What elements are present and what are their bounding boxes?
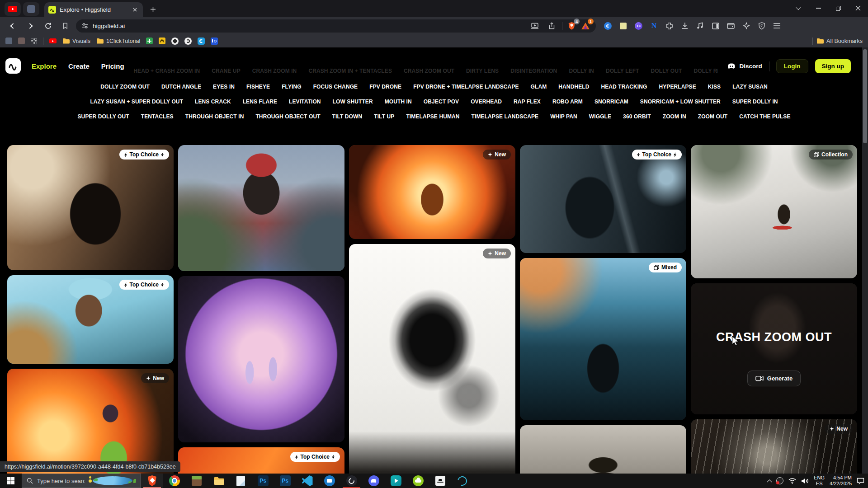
category-link[interactable]: DIRTY LENS [466, 68, 499, 74]
category-link[interactable]: CRANE UP [212, 68, 240, 74]
nav-pricing[interactable]: Pricing [101, 62, 124, 70]
page-scrollbar[interactable] [862, 47, 868, 474]
category-link[interactable]: LENS CRACK [195, 99, 231, 105]
minimize-button[interactable] [808, 0, 828, 16]
vpn-shield-icon[interactable] [757, 21, 766, 31]
bookmark-swirl[interactable] [184, 38, 192, 45]
category-link[interactable]: HEAD TRACKING [601, 84, 647, 90]
url-text[interactable]: higgsfield.ai [93, 23, 524, 29]
taskbar-icon-photoshop[interactable]: Ps [252, 474, 274, 488]
category-link[interactable]: DOLLY ZOOM OUT [100, 84, 150, 90]
nav-explore[interactable]: Explore [32, 62, 57, 70]
category-link[interactable]: TIMELAPSE HUMAN [406, 113, 459, 120]
category-link[interactable]: THROUGH OBJECT IN [185, 113, 244, 120]
taskbar-search-input[interactable]: Type here to search [22, 474, 141, 488]
taskbar-icon-obs[interactable] [340, 474, 363, 488]
category-link[interactable]: TILT UP [374, 113, 394, 120]
video-card[interactable]: Mixed [520, 258, 686, 420]
category-link[interactable]: CRASH ZOOM OUT [404, 68, 454, 74]
category-link[interactable]: FLYING [282, 84, 302, 90]
taskbar-icon-vscode[interactable] [296, 474, 318, 488]
category-link[interactable]: 360 ORBIT [623, 113, 651, 120]
bookmark-folder-tutorial[interactable]: 1ClickTutorial [96, 38, 140, 44]
category-link[interactable]: DOLLY OUT [651, 68, 682, 74]
address-bar[interactable]: higgsfield.ai 4 1 [76, 19, 596, 33]
leo-ai-sparkle-icon[interactable] [741, 21, 751, 31]
close-button[interactable] [848, 0, 868, 16]
bookmark-folder-visuals[interactable]: Visuals [62, 38, 90, 44]
category-link[interactable]: WIGGLE [589, 113, 611, 120]
install-app-icon[interactable] [528, 19, 541, 32]
category-link[interactable]: OVERHEAD [471, 99, 502, 105]
category-link[interactable]: FPV DRONE [369, 84, 401, 90]
taskbar-icon-file-explorer[interactable] [208, 474, 230, 488]
pinned-tab-youtube[interactable] [5, 2, 21, 16]
bookmark-iq-site[interactable] [211, 38, 218, 45]
video-card[interactable] [520, 425, 686, 474]
category-link[interactable]: LAZY SUSAN + SUPER DOLLY OUT [90, 99, 183, 105]
category-link[interactable]: EYES IN [213, 84, 235, 90]
wifi-icon[interactable] [788, 478, 796, 484]
taskbar-icon-filmora[interactable] [385, 474, 407, 488]
language-switcher[interactable]: ENG ES [814, 475, 825, 487]
taskbar-icon-minecraft[interactable] [185, 474, 208, 488]
video-card[interactable] [178, 145, 344, 271]
speaker-icon[interactable] [801, 478, 809, 484]
downloads-icon[interactable] [680, 21, 689, 31]
taskbar-icon-notepad[interactable] [230, 474, 252, 488]
category-link[interactable]: TIMELAPSE LANDSCAPE [472, 113, 539, 120]
video-card[interactable]: Top Choice [178, 447, 344, 474]
video-card[interactable]: New [7, 369, 174, 474]
category-link[interactable]: HYPERLAPSE [659, 84, 696, 90]
category-link[interactable]: ROBO ARM [552, 99, 583, 105]
bookmark-c-site[interactable] [198, 38, 205, 45]
taskbar-icon-remote-desktop[interactable] [318, 474, 340, 488]
active-tab[interactable]: Explore • Higgsfield [44, 2, 143, 17]
extensions-puzzle-icon[interactable] [665, 21, 674, 31]
video-card[interactable]: Collection [691, 145, 857, 278]
taskbar-icon-photoshop-2[interactable]: Ps [274, 474, 296, 488]
category-link[interactable]: LAZY SUSAN [732, 84, 767, 90]
restore-button[interactable] [828, 0, 848, 16]
site-settings-tune-icon[interactable] [81, 23, 89, 29]
category-link[interactable]: LEVITATION [289, 99, 321, 105]
category-link[interactable]: DOLLY IN [569, 68, 594, 74]
video-card-hovered[interactable]: CRASH ZOOM OUT Generate [691, 283, 857, 414]
video-card[interactable]: Top Choice [520, 145, 686, 253]
bookmark-sheets[interactable] [146, 38, 153, 44]
taskbar-icon-s-app[interactable] [451, 474, 473, 488]
brave-rewards-icon[interactable]: 1 [580, 21, 590, 31]
category-link[interactable]: CRASH ZOOM IN + TENTACLES [308, 68, 392, 74]
tray-obs-recording-icon[interactable] [776, 477, 783, 484]
tab-close-icon[interactable] [131, 6, 139, 14]
share-icon[interactable] [545, 19, 558, 32]
tab-search-icon[interactable] [788, 0, 808, 16]
ai-robot-extension-icon[interactable] [634, 21, 643, 31]
n-extension-icon[interactable]: N [649, 21, 659, 31]
taskbar-icon-discord[interactable] [363, 474, 385, 488]
category-link[interactable]: DUTCH ANGLE [161, 84, 201, 90]
apps-grid-icon[interactable] [31, 38, 37, 44]
discord-link[interactable]: Discord [727, 63, 762, 70]
action-center-icon[interactable] [857, 478, 864, 484]
earth-day-doodle[interactable] [89, 476, 136, 485]
category-link[interactable]: ZOOM IN [663, 113, 686, 120]
taskbar-icon-brave[interactable] [141, 474, 163, 488]
signup-button[interactable]: Sign up [815, 59, 851, 73]
category-link[interactable]: WHIP PAN [550, 113, 577, 120]
clock[interactable]: 4:54 PM 4/22/2025 [830, 475, 852, 487]
category-link[interactable]: GLAM [531, 84, 547, 90]
tray-chevron-up-icon[interactable] [768, 479, 771, 483]
category-link[interactable]: HANDHELD [558, 84, 589, 90]
category-link[interactable]: THROUGH OBJECT OUT [255, 113, 320, 120]
category-link[interactable]: RAP FLEX [514, 99, 541, 105]
reading-list-bookmark-icon[interactable] [59, 19, 71, 32]
bookmark-slate[interactable] [5, 38, 12, 44]
scrollbar-thumb[interactable] [863, 49, 867, 143]
category-link[interactable]: SUPER DOLLY OUT [78, 113, 129, 120]
category-link[interactable]: KISS [708, 84, 721, 90]
notes-extension-icon[interactable] [618, 21, 628, 31]
category-link[interactable]: DISINTEGRATION [510, 68, 557, 74]
category-link[interactable]: FISHEYE [246, 84, 270, 90]
new-tab-button[interactable] [146, 3, 159, 15]
